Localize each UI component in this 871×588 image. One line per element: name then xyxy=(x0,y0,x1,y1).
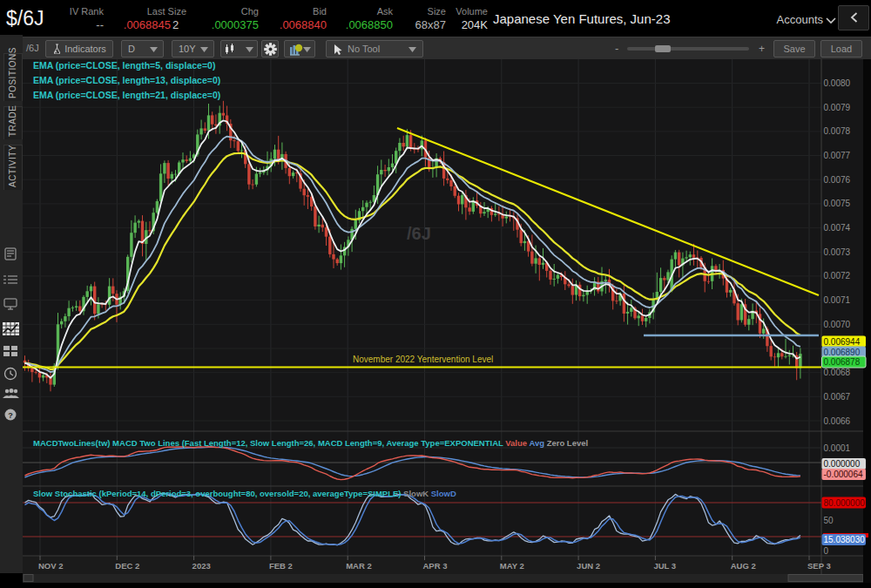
svg-text:0.006890: 0.006890 xyxy=(824,348,861,357)
svg-text:/6J: /6J xyxy=(407,224,431,243)
svg-text:JUL 3: JUL 3 xyxy=(653,561,676,571)
svg-text:FEB 2: FEB 2 xyxy=(269,561,293,571)
svg-text:0.0072: 0.0072 xyxy=(824,271,851,280)
svg-text:0.0080: 0.0080 xyxy=(824,78,851,88)
svg-text:0.006944: 0.006944 xyxy=(824,337,861,347)
svg-text:SEP 3: SEP 3 xyxy=(807,561,831,571)
svg-text:0.000000: 0.000000 xyxy=(824,459,861,469)
svg-text:0.0066: 0.0066 xyxy=(824,416,851,426)
svg-text:MACDTwoLines(tw) MACD Two Line: MACDTwoLines(tw) MACD Two Lines (Fast Le… xyxy=(33,438,588,448)
svg-text:MAY 2: MAY 2 xyxy=(500,561,524,571)
svg-text:November 2022 Yentervention Le: November 2022 Yentervention Level xyxy=(353,355,493,364)
svg-text:80.000000: 80.000000 xyxy=(824,498,866,508)
svg-text:0.0076: 0.0076 xyxy=(824,175,851,185)
svg-text:0.0078: 0.0078 xyxy=(824,126,851,136)
svg-text:50: 50 xyxy=(824,516,834,525)
svg-text:EMA (price=CLOSE, length=5, di: EMA (price=CLOSE, length=5, displace=0) xyxy=(33,60,215,71)
svg-text:0.0068: 0.0068 xyxy=(824,368,851,377)
svg-text:2023: 2023 xyxy=(192,561,211,571)
svg-text:0.0073: 0.0073 xyxy=(824,247,851,257)
svg-text:EMA (price=CLOSE, length=21, d: EMA (price=CLOSE, length=21, displace=0) xyxy=(33,90,220,100)
svg-text:0.0079: 0.0079 xyxy=(824,103,851,112)
svg-text:15.038030: 15.038030 xyxy=(824,535,866,544)
svg-text:Slow Stochastic (kPeriod=14, d: Slow Stochastic (kPeriod=14, dPeriod=3, … xyxy=(33,489,456,498)
svg-text:DEC 2: DEC 2 xyxy=(115,561,139,571)
svg-text:0.006878: 0.006878 xyxy=(824,357,861,367)
svg-text:MAR 2: MAR 2 xyxy=(346,561,372,571)
svg-text:0.0077: 0.0077 xyxy=(824,151,851,160)
svg-text:NOV 2: NOV 2 xyxy=(38,561,64,571)
svg-text:0.0067: 0.0067 xyxy=(824,392,851,402)
svg-text:AUG 2: AUG 2 xyxy=(731,561,756,571)
svg-text:0.0071: 0.0071 xyxy=(824,295,851,305)
svg-text:?: ? xyxy=(8,411,13,420)
svg-text:0.0001: 0.0001 xyxy=(824,443,851,453)
svg-text:JUN 2: JUN 2 xyxy=(577,561,600,571)
svg-text:-0.000064: -0.000064 xyxy=(824,470,863,479)
svg-text:APR 3: APR 3 xyxy=(423,561,448,571)
svg-text:0.0075: 0.0075 xyxy=(824,199,851,208)
svg-text:EMA (price=CLOSE, length=13, d: EMA (price=CLOSE, length=13, displace=0) xyxy=(33,75,220,85)
svg-text:0.0074: 0.0074 xyxy=(824,223,851,233)
svg-text:0: 0 xyxy=(824,546,829,556)
svg-text:0.0070: 0.0070 xyxy=(824,320,851,329)
